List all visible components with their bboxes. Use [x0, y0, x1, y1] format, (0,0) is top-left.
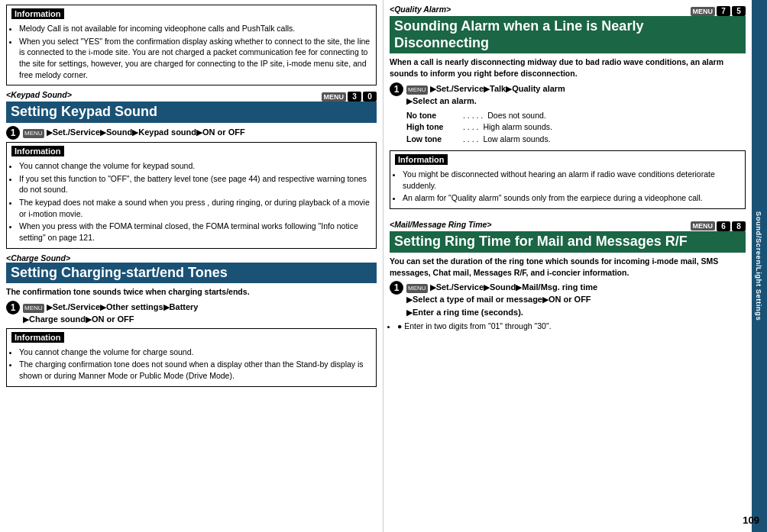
charge-step1: 1 MENU ▶Set./Service▶Other settings▶Batt…	[6, 301, 377, 326]
sidebar-strip: Sound/Screen/Light Settings	[752, 0, 767, 532]
quality-info-box: Information You might be disconnected wi…	[390, 150, 746, 209]
top-info-item-2: When you select "YES" from the confirmat…	[19, 36, 371, 81]
charge-title: Setting Charging-start/end Tones	[6, 263, 377, 284]
quality-alarm-section: <Quality Alarm> MENU 7 5 Sounding Alarm …	[390, 5, 746, 209]
quality-step1-content: MENU ▶Set./Service▶Talk▶Quality alarm ▶S…	[406, 82, 565, 108]
sidebar-label: Sound/Screen/Light Settings	[756, 211, 764, 321]
charge-info-item-1: You cannot change the volume for charge …	[19, 347, 371, 358]
charge-info-item-2: The charging confirmation tone does not …	[19, 359, 371, 381]
mail-badge-8: 8	[732, 221, 746, 231]
quality-info-list: You might be disconnected without hearin…	[395, 169, 740, 204]
top-info-box: Information Melody Call is not available…	[6, 5, 377, 85]
mail-note-list: ● Enter in two digits from "01" through …	[390, 321, 746, 332]
tone-hightone-dots: . . . .	[463, 121, 478, 134]
keypad-sound-section: <Keypad Sound> MENU 3 0 Setting Keypad S…	[6, 90, 377, 248]
top-info-list: Melody Call is not available for incomin…	[11, 23, 371, 80]
keypad-step1-text: ▶Set./Service▶Sound▶Keypad sound▶ON or O…	[47, 127, 245, 137]
tone-lowtone-label: Low tone	[406, 134, 458, 146]
charge-tag: <Charge Sound>	[6, 253, 377, 263]
mail-desc: You can set the duration of the ring ton…	[390, 256, 746, 279]
tone-row-lowtone: Low tone . . . . Low alarm sounds.	[406, 134, 746, 146]
page-number: 109	[743, 514, 759, 526]
tone-table: No tone . . . . . Does not sound. High t…	[406, 110, 746, 146]
charge-info-box: Information You cannot change the volume…	[6, 328, 377, 387]
tone-lowtone-dots: . . . .	[463, 134, 478, 146]
keypad-header-row: <Keypad Sound> MENU 3 0	[6, 90, 377, 102]
left-column: Information Melody Call is not available…	[0, 0, 384, 532]
quality-menu-badge: MENU	[691, 7, 716, 16]
keypad-info-item-2: If you set this function to "OFF", the b…	[19, 173, 371, 195]
mail-step1-line3: ▶Enter a ring time (seconds).	[406, 308, 523, 317]
keypad-title: Setting Keypad Sound	[6, 102, 377, 123]
mail-ring-section: <Mail/Message Ring Time> MENU 6 8 Settin…	[390, 220, 746, 334]
keypad-badges: MENU 3 0	[322, 92, 377, 102]
tone-lowtone-desc: Low alarm sounds.	[483, 134, 550, 146]
keypad-info-item-4: When you press with the FOMA terminal cl…	[19, 221, 371, 243]
top-info-header: Information	[11, 8, 64, 19]
charge-info-header: Information	[11, 332, 64, 343]
quality-title: Sounding Alarm when a Line is Nearly Dis…	[390, 16, 746, 53]
mail-step1-num: 1	[390, 281, 403, 295]
mail-step1-content: MENU ▶Set./Service▶Sound▶Mail/Msg. ring …	[406, 281, 597, 319]
charge-desc: The confirmation tone sounds twice when …	[6, 286, 377, 298]
quality-step1: 1 MENU ▶Set./Service▶Talk▶Quality alarm …	[390, 82, 746, 108]
keypad-info-box: Information You cannot change the volume…	[6, 142, 377, 249]
tone-notone-dots: . . . . .	[463, 110, 483, 122]
keypad-step1-num: 1	[6, 126, 20, 140]
keypad-info-list: You cannot change the volume for keypad …	[11, 160, 371, 243]
right-column: <Quality Alarm> MENU 7 5 Sounding Alarm …	[384, 0, 752, 532]
charge-step1-line1: ▶Set./Service▶Other settings▶Battery	[47, 302, 199, 311]
charge-info-list: You cannot change the volume for charge …	[11, 347, 371, 382]
right-wrapper: <Quality Alarm> MENU 7 5 Sounding Alarm …	[384, 0, 767, 532]
mail-menu-icon: MENU	[406, 284, 428, 293]
quality-info-header: Information	[395, 154, 448, 165]
top-info-item-1: Melody Call is not available for incomin…	[19, 23, 371, 34]
mail-tag: <Mail/Message Ring Time>	[390, 220, 491, 229]
quality-info-item-2: An alarm for "Quality alarm" sounds only…	[403, 192, 740, 204]
keypad-info-item-1: You cannot change the volume for keypad …	[19, 160, 371, 172]
quality-header-row: <Quality Alarm> MENU 7 5	[390, 5, 746, 16]
quality-badge-7: 7	[717, 6, 730, 16]
keypad-badge-0: 0	[363, 92, 377, 102]
tone-hightone-desc: High alarm sounds.	[483, 121, 552, 134]
charge-menu-icon: MENU	[23, 304, 44, 313]
tone-row-notone: No tone . . . . . Does not sound.	[406, 110, 746, 122]
quality-step1-num: 1	[390, 82, 403, 96]
mail-step1-line1: ▶Set./Service▶Sound▶Mail/Msg. ring time	[430, 282, 598, 292]
keypad-menu-icon: MENU	[23, 129, 44, 138]
keypad-step1: 1 MENU ▶Set./Service▶Sound▶Keypad sound▶…	[6, 126, 377, 140]
mail-step1-line2: ▶Select a type of mail or message▶ON or …	[406, 295, 591, 304]
quality-step1-line1: ▶Set./Service▶Talk▶Quality alarm	[430, 84, 565, 93]
charge-step1-line2: ▶Charge sound▶ON or OFF	[23, 314, 134, 324]
quality-badges: MENU 7 5	[691, 6, 746, 16]
quality-desc: When a call is nearly disconnecting midw…	[390, 56, 746, 79]
mail-menu-badge: MENU	[691, 221, 716, 231]
charge-step1-num: 1	[6, 301, 20, 314]
tone-hightone-label: High tone	[406, 121, 458, 134]
quality-menu-icon: MENU	[406, 85, 428, 95]
keypad-menu-badge: MENU	[322, 92, 347, 102]
keypad-tag: <Keypad Sound>	[6, 90, 72, 99]
mail-step1: 1 MENU ▶Set./Service▶Sound▶Mail/Msg. rin…	[390, 281, 746, 319]
keypad-step1-content: MENU ▶Set./Service▶Sound▶Keypad sound▶ON…	[23, 126, 245, 139]
mail-badge-6: 6	[717, 221, 730, 231]
charge-step1-content: MENU ▶Set./Service▶Other settings▶Batter…	[23, 301, 198, 326]
quality-info-item-1: You might be disconnected without hearin…	[403, 169, 740, 191]
quality-step1-line2: ▶Select an alarm.	[406, 96, 477, 105]
keypad-badge-3: 3	[348, 92, 361, 102]
quality-tag: <Quality Alarm>	[390, 5, 451, 14]
tone-notone-desc: Does not sound.	[487, 110, 545, 122]
tone-notone-label: No tone	[406, 110, 458, 122]
mail-badges: MENU 6 8	[691, 221, 746, 231]
tone-row-hightone: High tone . . . . High alarm sounds.	[406, 121, 746, 134]
mail-header-row: <Mail/Message Ring Time> MENU 6 8	[390, 220, 746, 231]
charge-sound-section: <Charge Sound> Setting Charging-start/en…	[6, 253, 377, 387]
keypad-info-item-3: The keypad does not make a sound when yo…	[19, 197, 371, 219]
keypad-info-header: Information	[11, 146, 64, 156]
mail-note-item: ● Enter in two digits from "01" through …	[397, 321, 746, 332]
quality-badge-5: 5	[732, 6, 746, 16]
mail-title: Setting Ring Time for Mail and Messages …	[390, 231, 746, 253]
